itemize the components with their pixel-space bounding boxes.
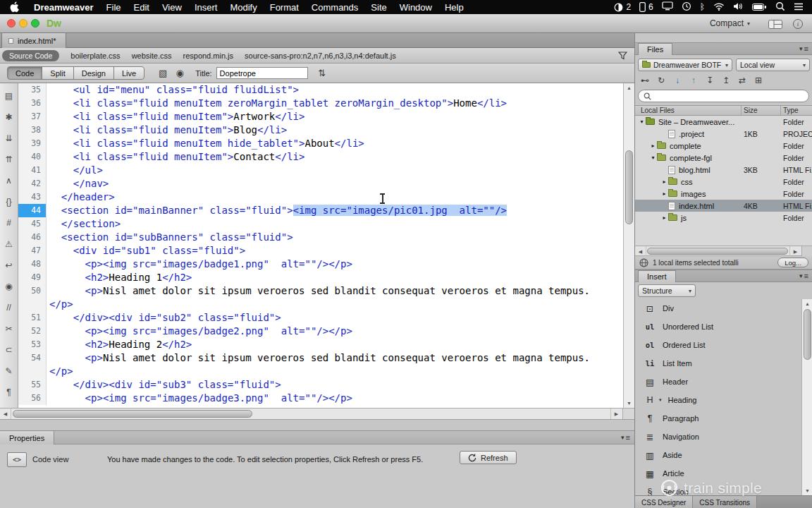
column-type[interactable]: Type: [783, 107, 799, 114]
collapse-full-tag-icon[interactable]: ✱: [1, 107, 18, 128]
view-design-button[interactable]: Design: [73, 66, 114, 80]
line-numbers-icon[interactable]: #: [1, 212, 18, 234]
menubar-item-insert[interactable]: Insert: [188, 2, 224, 13]
panel-menu-icon[interactable]: [799, 272, 808, 280]
notification-center-icon[interactable]: [794, 2, 804, 13]
wrap-tag-icon[interactable]: ⊂: [1, 339, 18, 361]
scroll-up-icon[interactable]: [802, 299, 812, 308]
code-line[interactable]: 54 <p>Nisl amet dolor sit ipsum veroeros…: [18, 351, 623, 365]
file-management-icon[interactable]: ⇅: [314, 66, 331, 80]
display-icon[interactable]: [662, 1, 673, 13]
horizontal-scroll-thumb[interactable]: [647, 248, 788, 255]
collapse-selection-icon[interactable]: ⇊: [1, 128, 18, 149]
tree-expand-icon[interactable]: ▸: [660, 179, 668, 185]
connect-icon[interactable]: ⊷: [638, 74, 652, 87]
word-wrap-icon[interactable]: ↩: [1, 255, 18, 276]
filter-funnel-icon[interactable]: [618, 52, 627, 61]
expand-all-icon[interactable]: ⇈: [1, 149, 18, 170]
scroll-left-icon[interactable]: [635, 246, 646, 257]
site-dropdown[interactable]: Dreamweaver BOTF: [638, 59, 732, 71]
balance-braces-icon[interactable]: {}: [1, 191, 18, 212]
insert-item-paragraph[interactable]: ¶Paragraph: [635, 409, 801, 428]
insert-item-heading[interactable]: HHeading: [635, 391, 801, 409]
spotlight-icon[interactable]: [775, 1, 785, 13]
code-line[interactable]: 41 </ul>: [18, 164, 623, 177]
insert-item-div[interactable]: ⊡Div: [635, 299, 801, 318]
code-line[interactable]: 51 </div><div id="sub2" class="fluid">: [18, 311, 623, 325]
recent-snippets-icon[interactable]: ✎: [1, 361, 18, 382]
file-tree-item[interactable]: index.html4KBHTML Fi...: [635, 200, 812, 212]
scroll-left-icon[interactable]: [0, 409, 11, 419]
code-line[interactable]: 40 <li class="fluid menuItem">Contact</l…: [18, 150, 623, 164]
document-tab[interactable]: index.html*: [1, 33, 66, 48]
tree-collapse-icon[interactable]: ▾: [649, 155, 657, 161]
log-button[interactable]: Log...: [777, 258, 808, 267]
put-files-icon[interactable]: ↑: [687, 74, 701, 87]
code-line[interactable]: 37 <li class="fluid menuItem">Artwork</l…: [18, 110, 623, 123]
code-line[interactable]: 49 <h2>Heading 1</h2>: [18, 271, 623, 284]
insert-vertical-scrollbar[interactable]: [801, 299, 812, 495]
file-tree-item[interactable]: ▸jsFolder: [635, 212, 812, 224]
insert-category-dropdown[interactable]: Structure: [638, 284, 696, 297]
code-line[interactable]: 38 <li class="fluid menuItem">Blog</li>: [18, 123, 623, 137]
get-files-icon[interactable]: ↓: [670, 74, 684, 87]
scroll-down-icon[interactable]: [802, 486, 812, 495]
file-tree-item[interactable]: blog.html3KBHTML Fi...: [635, 164, 812, 176]
tab-css-designer[interactable]: CSS Designer: [635, 496, 693, 508]
related-file[interactable]: respond.min.js: [183, 52, 233, 60]
document-title-input[interactable]: [216, 67, 308, 79]
insert-item-unordered-list[interactable]: ulUnordered List: [635, 318, 801, 336]
code-line[interactable]: 52 <p><img src="images/badge2.png" alt="…: [18, 325, 623, 338]
menubar-item-view[interactable]: View: [156, 2, 188, 13]
syntax-error-alerts-icon[interactable]: ◉: [1, 276, 18, 297]
vertical-scroll-thumb[interactable]: [804, 309, 811, 360]
panel-menu-icon[interactable]: [621, 433, 630, 442]
code-line[interactable]: 42 </nav>: [18, 177, 623, 190]
scroll-up-icon[interactable]: [624, 83, 634, 92]
code-line[interactable]: 46 <section id="subBanners" class="fluid…: [18, 231, 623, 244]
tree-expand-icon[interactable]: ▸: [649, 143, 657, 149]
synchronize-icon[interactable]: ⇄: [735, 74, 749, 87]
code-line[interactable]: 45 </section>: [18, 217, 623, 231]
menubar-item-file[interactable]: File: [100, 2, 128, 13]
code-line[interactable]: 44 <section id="mainBanner" class="fluid…: [18, 204, 623, 217]
column-size[interactable]: Size: [744, 107, 757, 114]
panel-menu-icon[interactable]: [799, 44, 808, 53]
code-editor[interactable]: 35 <ul id="menu" class="fluid fluidList"…: [18, 83, 623, 408]
view-dropdown[interactable]: Local view: [736, 59, 810, 71]
related-file[interactable]: website.css: [132, 52, 172, 60]
insert-item-ordered-list[interactable]: olOrdered List: [635, 336, 801, 354]
file-tree-item[interactable]: ▸imagesFolder: [635, 188, 812, 200]
file-tree-item[interactable]: ▸cssFolder: [635, 176, 812, 188]
expand-panel-icon[interactable]: ⊞: [751, 74, 765, 87]
apple-menu-icon[interactable]: [0, 1, 27, 13]
status-halfmoon-icon[interactable]: 2: [614, 2, 631, 12]
file-tree-item[interactable]: ▾complete-fglFolder: [635, 152, 812, 164]
files-horizontal-scrollbar[interactable]: [635, 246, 812, 256]
menubar-item-edit[interactable]: Edit: [128, 2, 156, 13]
code-line[interactable]: 47 <div id="sub1" class="fluid">: [18, 244, 623, 258]
info-icon[interactable]: i: [793, 19, 803, 29]
view-live-button[interactable]: Live: [113, 66, 144, 80]
tab-properties[interactable]: Properties: [0, 431, 54, 445]
remove-comment-icon[interactable]: ✂: [1, 318, 18, 339]
file-tree-item[interactable]: .project1KBPROJECT: [635, 128, 812, 140]
scroll-right-icon[interactable]: [789, 246, 801, 257]
insert-item-list-item[interactable]: liList Item: [635, 354, 801, 373]
check-out-icon[interactable]: ↧: [703, 74, 717, 87]
files-search[interactable]: [638, 90, 809, 102]
check-in-icon[interactable]: ↥: [719, 74, 733, 87]
scroll-down-icon[interactable]: [624, 399, 634, 408]
view-code-button[interactable]: Code: [7, 66, 42, 80]
app-menu[interactable]: Dreamweaver: [27, 2, 100, 13]
code-line[interactable]: 55 </div><div id="sub3" class="fluid">: [18, 378, 623, 392]
menubar-item-window[interactable]: Window: [393, 2, 438, 13]
insert-item-navigation[interactable]: ≣Navigation: [635, 428, 801, 446]
file-tree-item[interactable]: ▸completeFolder: [635, 140, 812, 152]
battery-icon[interactable]: [752, 2, 767, 13]
code-line[interactable]: </p>: [18, 365, 623, 378]
code-vertical-scrollbar[interactable]: [623, 83, 634, 408]
apply-comment-icon[interactable]: //: [1, 297, 18, 318]
horizontal-scroll-thumb[interactable]: [13, 410, 252, 418]
related-file[interactable]: boilerplate.css: [70, 52, 120, 60]
